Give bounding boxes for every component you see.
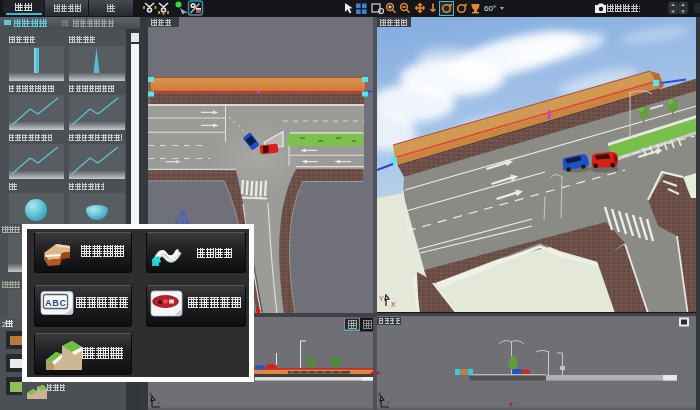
svg-text:z: z — [149, 391, 152, 397]
svg-text:ABC: ABC — [45, 298, 67, 308]
svg-text:z: z — [378, 391, 381, 397]
svg-text:60°: 60° — [484, 4, 496, 13]
svg-text:x: x — [387, 399, 390, 405]
svg-text:X: X — [391, 301, 396, 308]
svg-text:Y: Y — [379, 295, 384, 302]
svg-text:x: x — [158, 399, 161, 405]
